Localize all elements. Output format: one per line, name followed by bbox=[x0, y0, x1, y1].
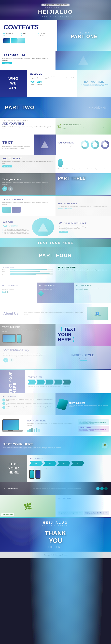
big-chevron-1: 01 bbox=[29, 461, 43, 466]
text-here-right-title: TEXT YOUR HERE bbox=[58, 202, 109, 205]
mini-bar-6 bbox=[38, 430, 40, 432]
vertical-text-label: TEXT YOUR HERE bbox=[9, 370, 16, 394]
info-box-2: Click here to edit. You can change font,… bbox=[84, 511, 109, 515]
text-your-here-left: TEXT YOUR HERE Here is where your presen… bbox=[0, 51, 55, 70]
white-new-black-col: White is New Black Here is where your pr… bbox=[57, 222, 90, 233]
contents-label-1: Introduction bbox=[5, 32, 13, 34]
part-two-right: SECTION PRESENTATION bbox=[89, 106, 106, 109]
white-new-black-label: White is New Black bbox=[59, 222, 88, 225]
contents-item-6: 06 Portfolio bbox=[38, 35, 54, 37]
text-here-cards-row: TEXT YOUR HERE Here is where your presen… bbox=[0, 196, 111, 216]
star-icon: ★ bbox=[2, 186, 7, 191]
contents-left: CONTENTS 01 Introduction 02 About 03 Our… bbox=[0, 20, 57, 51]
contents-title: CONTENTS bbox=[3, 24, 54, 31]
marble-teal-col: TEXT YOUR HERE Click here to edit. You c… bbox=[55, 264, 111, 282]
title-text-row: Title goes here Here is where your prese… bbox=[0, 174, 111, 195]
brand-icon-2: ❋ bbox=[9, 358, 14, 362]
text-your-here-right-label: TEXT YOUR HERE bbox=[79, 80, 109, 83]
brand-story-right: INDIES STYLE. EST. 2024 bbox=[56, 346, 111, 369]
text-label-big: TEXT bbox=[2, 140, 31, 145]
marble-teal-title: TEXT YOUR HERE bbox=[58, 266, 109, 269]
you-word: YOU bbox=[49, 537, 62, 544]
text-your-here-body: Here is where your presentation begins. … bbox=[2, 58, 53, 61]
read-more-button-2[interactable]: READ MORE bbox=[2, 166, 12, 168]
stat-num-1: 85% bbox=[30, 81, 35, 84]
read-more-button-1[interactable]: READ MORE bbox=[2, 62, 12, 64]
plant-icon: 🌿 bbox=[57, 124, 61, 128]
footer: Copyright © http://www.pptstore.net bbox=[0, 552, 111, 558]
bar-fill-4 bbox=[10, 274, 36, 275]
text-your-here-heading: TEXT YOUR HERE bbox=[2, 54, 53, 56]
we-are-awesome-slide: We Are Awesome Click here to edit. You c… bbox=[0, 216, 111, 238]
cards-col-title: TEXT YOUR HERE bbox=[58, 497, 109, 499]
tree-icon: 🌴 bbox=[102, 442, 108, 448]
stat-1: 85% Design bbox=[30, 81, 35, 85]
bar-label-2: Brand bbox=[2, 271, 9, 272]
check-row-2: Click here to edit. You can change font,… bbox=[2, 232, 29, 234]
brand-story-slide: Our BRAND Story Here is where your prese… bbox=[0, 346, 111, 369]
dark-banner-title: TEXT YOUR HERE bbox=[3, 488, 18, 490]
banner-dot-2 bbox=[100, 487, 104, 490]
small-text-1: TEXT bbox=[58, 208, 62, 210]
bar-3: Market bbox=[2, 272, 53, 274]
add-text-heading-2: ADD YOUR TEXT bbox=[2, 157, 53, 160]
read-more-button-3[interactable]: READ MORE bbox=[59, 231, 68, 233]
steps-title: TEXT YOUR HERE bbox=[2, 396, 53, 398]
big-chevrons-col: TEXT YOUR HERE 01 02 03 04 Click here to… bbox=[27, 455, 111, 482]
about-us-slide: About Us Here is where your presentation… bbox=[0, 303, 111, 324]
who-word: WHO bbox=[8, 76, 18, 81]
vertical-text-col: TEXT YOUR HERE bbox=[0, 370, 25, 394]
thankyou-divider bbox=[47, 528, 64, 528]
contents-slide: CONTENTS 01 Introduction 02 About 03 Our… bbox=[0, 20, 111, 51]
arrows-row: TEXT YOUR HERE TEXT YOUR HERE 01 02 03 0… bbox=[0, 370, 111, 394]
part-four-content: PART FOUR bbox=[39, 253, 72, 258]
who-center: WELCOME Here is where your presentation … bbox=[27, 70, 77, 97]
welcome-text: Here is where your presentation begins. … bbox=[30, 76, 75, 80]
steps-col: TEXT YOUR HERE 1 Click here to edit. You… bbox=[0, 394, 55, 415]
chevron-4: 04 bbox=[54, 380, 62, 384]
part-two-eyebrow: SECTION bbox=[89, 106, 106, 107]
mini-bar-3 bbox=[31, 428, 33, 432]
bar-track-1 bbox=[10, 269, 53, 270]
triangle-circle bbox=[32, 218, 54, 236]
small-thumbnails bbox=[2, 207, 53, 212]
add-text-left-2: ADD YOUR TEXT Click here to edit. You ca… bbox=[0, 155, 55, 174]
text-your-here-banner: TEXT YOUR HERE bbox=[0, 238, 111, 247]
marble-teal-body: Click here to edit. You can change font,… bbox=[58, 269, 109, 270]
brand-story-left: Our BRAND Story Here is where your prese… bbox=[0, 346, 56, 369]
contents-item-3: 03 Our Team bbox=[38, 32, 54, 34]
info-box-2-label: Click here to edit. You can change font,… bbox=[85, 512, 108, 514]
check-label-2: Click here to edit. You can change font,… bbox=[4, 232, 29, 234]
bar-track-2 bbox=[10, 271, 53, 272]
phone-icons-row bbox=[29, 470, 109, 479]
contents-label-5: Ideas bbox=[23, 35, 26, 37]
about-us-title: About Us bbox=[3, 312, 20, 316]
part-two-slide: PART TWO SECTION PRESENTATION bbox=[0, 97, 111, 118]
bar-4: Ideas bbox=[2, 274, 53, 275]
info-card-1: TEXT YOUR HERE Click here to edit. You c… bbox=[78, 419, 109, 425]
text-here-row-1: TEXT YOUR HERE Here is where your presen… bbox=[0, 51, 111, 70]
nature-label: TEXT YOUR HERE bbox=[3, 514, 13, 515]
marble-pink-col: 【 TEXT YOUR HERE 】 bbox=[55, 324, 111, 346]
add-text-right-body: Click here to edit. You can change font,… bbox=[63, 126, 109, 129]
text-here-card-title: TEXT YOUR HERE bbox=[2, 198, 53, 201]
check-row-1: Click here to edit. You can change font,… bbox=[2, 229, 29, 231]
header-welcome: WELCOME TO bbox=[45, 7, 66, 8]
part-three-label: PART THREE bbox=[58, 176, 109, 181]
we-are-awesome-col: We Are Awesome Click here to edit. You c… bbox=[2, 220, 29, 234]
big-chevron-2: 02 bbox=[43, 461, 57, 466]
laptop-col bbox=[2, 420, 24, 432]
header-section: Copyright © http://www.pptstore.net WELC… bbox=[0, 0, 111, 20]
brand-story-text: Here is where your presentation begins. … bbox=[3, 353, 52, 357]
contents-num-6: 06 bbox=[38, 35, 39, 37]
text-body-small: Here is where your presentation begins. … bbox=[2, 146, 31, 149]
thankyou-slide: HEIJIALUO PRESENTATION THANK YOU THE END bbox=[0, 518, 111, 552]
who-we-are-slide: WHO WE ARE WELCOME Here is where your pr… bbox=[0, 70, 111, 97]
title-goes-here-body: Here is where your presentation begins. … bbox=[2, 182, 53, 186]
text-your-here-right: TEXT YOUR HERE Click here to edit. You c… bbox=[77, 79, 111, 88]
brand-story-icons: ◈ ❋ bbox=[3, 358, 52, 362]
three-col-row: TEXT YOUR HERE Here is where your presen… bbox=[0, 282, 111, 303]
stat-label-1: Design bbox=[31, 84, 34, 85]
about-image-label: Team Photo bbox=[94, 315, 101, 316]
add-text-right-2: Click here to edit. You can change font,… bbox=[55, 155, 111, 174]
